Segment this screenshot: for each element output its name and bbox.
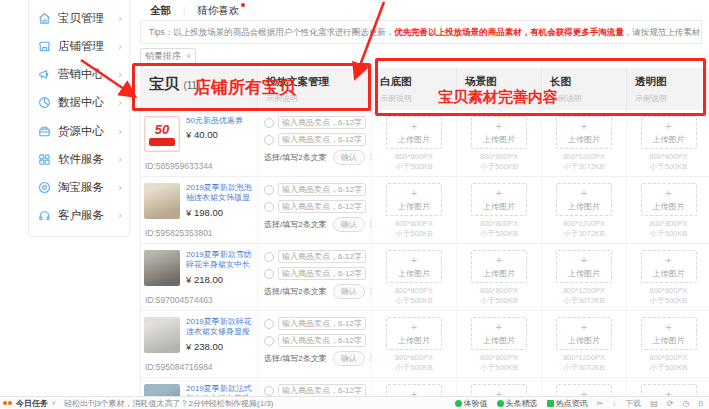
upload-image-button[interactable]: +上传图片 <box>641 116 697 149</box>
sidebar-item-label: 淘宝服务 <box>58 180 104 195</box>
upload-image-button[interactable]: +上传图片 <box>386 116 442 149</box>
product-cell: 50 50元新品优惠券 ¥ 40.00 ID:585959633344 <box>141 110 257 177</box>
upload-image-button[interactable]: +上传图片 <box>641 250 697 283</box>
sidebar-item-taobao-service[interactable]: 淘宝服务 › <box>37 175 129 201</box>
upload-image-button[interactable]: +上传图片 <box>471 183 527 216</box>
confirm-button[interactable]: 确认 <box>333 351 365 366</box>
upload-image-button[interactable]: +上传图片 <box>556 317 612 350</box>
upload-image-button[interactable]: +上传图片 <box>556 183 612 216</box>
tips-text: Tips：以上投放场景的商品会根据用户个性化需求进行圈选更新， <box>149 27 394 37</box>
sidebar-item-software-service[interactable]: 软件服务 › <box>37 146 129 172</box>
megaphone-icon <box>37 67 52 82</box>
selling-point-input[interactable] <box>278 116 366 129</box>
selling-point-input[interactable] <box>278 200 366 213</box>
selling-point-input[interactable] <box>278 250 366 263</box>
chevron-down-icon[interactable]: ∨ <box>51 399 56 407</box>
download-arrow-icon[interactable]: ↓ <box>612 399 616 408</box>
download-label[interactable]: 下载 <box>625 398 641 409</box>
confirm-button[interactable]: 确认 <box>333 150 365 165</box>
upload-image-button[interactable]: +上传图片 <box>386 317 442 350</box>
sidebar-item-label: 营销中心 <box>58 67 104 82</box>
example-link[interactable]: 示例说明 <box>266 93 365 104</box>
plus-icon: + <box>665 322 671 333</box>
sidebar-item-customer-service[interactable]: 客户服务 › <box>37 203 129 229</box>
selling-point-input[interactable] <box>278 133 366 146</box>
example-link[interactable]: 示例说明 <box>635 93 704 104</box>
upload-image-button[interactable]: +上传图片 <box>641 317 697 350</box>
upload-image-button[interactable]: +上传图片 <box>471 250 527 283</box>
example-link[interactable]: 示例说明 <box>550 93 620 104</box>
sidebar-item-supply-center[interactable]: 货源中心 › <box>37 118 129 144</box>
selling-point-checkbox[interactable] <box>264 202 274 212</box>
product-title-link[interactable]: 2019夏季新款泡泡袖连衣裙女韩版显瘦T恤中长款 <box>186 183 254 204</box>
sidebar-item-shop-manage[interactable]: 店铺管理 › <box>37 33 129 59</box>
sort-dropdown[interactable]: 销量排序 ∨ <box>140 48 196 64</box>
sidebar-item-label: 软件服务 <box>58 152 104 167</box>
copy-note: 选择/填写2条文案 <box>264 286 327 297</box>
product-price: ¥ 238.00 <box>186 341 254 352</box>
daily-task-label[interactable]: 今日任务 <box>16 398 48 409</box>
upload-image-button[interactable]: +上传图片 <box>556 116 612 149</box>
upload-image-button[interactable]: +上传图片 <box>471 317 527 350</box>
upload-spec: 800*800PX小于500KB <box>650 219 688 239</box>
clock-icon[interactable]: ◷ <box>683 399 690 408</box>
product-image[interactable] <box>144 183 180 219</box>
status-item-experience[interactable]: 体验值 <box>455 398 488 409</box>
green-dot-icon <box>497 400 504 407</box>
screenshot-icon[interactable]: ✂ <box>597 399 604 408</box>
example-link[interactable]: 示例说明 <box>380 93 450 104</box>
upload-image-button[interactable]: +上传图片 <box>556 250 612 283</box>
upload-image-button[interactable]: +上传图片 <box>386 250 442 283</box>
selling-point-input[interactable] <box>278 334 366 347</box>
tab-bar: 全部 | 猜你喜欢 <box>150 3 245 19</box>
tab-all[interactable]: 全部 <box>150 4 171 18</box>
upload-spec: 800*800PX小于500KB <box>480 286 518 306</box>
plus-icon: + <box>581 322 587 333</box>
selling-point-checkbox[interactable] <box>264 135 274 145</box>
plus-icon: + <box>411 121 417 132</box>
selling-point-checkbox[interactable] <box>264 118 274 128</box>
selling-point-checkbox[interactable] <box>264 386 274 396</box>
selling-point-checkbox[interactable] <box>264 252 274 262</box>
product-image[interactable]: 50 <box>144 116 180 152</box>
selling-point-input[interactable] <box>278 267 366 280</box>
sidebar-item-marketing[interactable]: 营销中心 › <box>37 62 129 88</box>
taobao-circle-icon <box>37 180 52 195</box>
tab-guess-you-like[interactable]: 猜你喜欢 <box>197 4 239 18</box>
example-link[interactable]: 示例说明 <box>465 93 535 104</box>
product-title-link[interactable]: 50元新品优惠券 <box>186 116 254 126</box>
product-id: ID:595084716984 <box>144 362 254 372</box>
screen: 宝贝管理 › 店铺管理 › 营销中心 › 数据中心 › <box>0 0 709 409</box>
panel-icon[interactable]: ▤ <box>650 399 658 408</box>
refresh-icon[interactable]: ⟳ <box>667 399 674 408</box>
chart-icon <box>37 95 52 110</box>
task-text[interactable]: 轻松出刊3个素材，消耗值太高了？2分钟轻松制作视频(1/3) <box>64 398 273 409</box>
selling-point-checkbox[interactable] <box>264 269 274 279</box>
selling-point-checkbox[interactable] <box>264 336 274 346</box>
sidebar-item-item-manage[interactable]: 宝贝管理 › <box>37 5 129 31</box>
status-item-headlines[interactable]: 头条精选 <box>497 398 538 409</box>
column-header-long: 长图 示例说明 <box>541 68 626 110</box>
product-title-link[interactable]: 2019夏季新款雪纺碎花半身裙女中长款高腰显瘦 <box>186 250 254 271</box>
upload-image-button[interactable]: +上传图片 <box>471 116 527 149</box>
plus-icon: + <box>411 188 417 199</box>
confirm-button[interactable]: 确认 <box>333 284 365 299</box>
product-image[interactable] <box>144 317 180 353</box>
counter-badge[interactable]: 0 <box>699 399 703 408</box>
coupon-badge: 50 <box>155 123 169 136</box>
sidebar-item-data-center[interactable]: 数据中心 › <box>37 90 129 116</box>
selling-point-input[interactable] <box>278 317 366 330</box>
product-image[interactable] <box>144 250 180 286</box>
confirm-button[interactable]: 确认 <box>333 217 365 232</box>
chevron-right-icon: › <box>118 182 122 193</box>
upload-image-button[interactable]: +上传图片 <box>386 183 442 216</box>
selling-point-input[interactable] <box>278 183 366 196</box>
product-id: ID:595825353801 <box>144 228 254 238</box>
products-table: 宝贝 (11) 投放文案管理 示例说明 白底图 示例说明 场景图 示例说明 长图 <box>140 68 709 409</box>
upload-image-button[interactable]: +上传图片 <box>641 183 697 216</box>
selling-point-checkbox[interactable] <box>264 319 274 329</box>
selling-point-checkbox[interactable] <box>264 185 274 195</box>
column-header-item: 宝贝 (11) <box>141 68 257 110</box>
product-title-link[interactable]: 2019夏季新款碎花连衣裙女修身显瘦小众网红 <box>186 317 254 338</box>
status-item-hot-news[interactable]: 热点资讯 <box>547 398 588 409</box>
